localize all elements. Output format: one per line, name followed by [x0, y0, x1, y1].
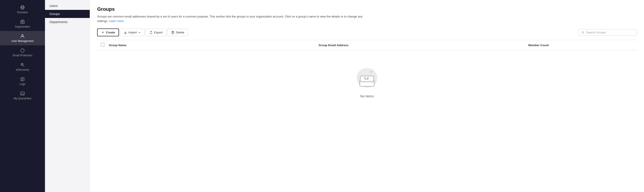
svg-rect-12 — [21, 92, 24, 95]
sidebar-item-email-protection[interactable]: Email Protection — [0, 45, 45, 60]
col-header-email: Group Email Address — [319, 44, 528, 47]
col-header-count: Member Count — [528, 44, 633, 47]
page-description: Groups are common email addresses shared… — [97, 14, 367, 23]
inbox-icon — [20, 91, 25, 96]
subnav-item-users[interactable]: Users — [45, 2, 90, 10]
sidebar-item-ediscovery[interactable]: eDiscovery — [0, 60, 45, 74]
search-doc-icon — [20, 62, 25, 67]
chevron-down-icon — [138, 31, 141, 34]
sidebar-item-domains[interactable]: Domains — [0, 2, 45, 17]
export-button[interactable]: Export — [146, 29, 166, 36]
svg-line-18 — [583, 33, 584, 34]
sidebar-item-logs[interactable]: Logs — [0, 74, 45, 88]
table-header: Group Name Group Email Address Member Co… — [97, 40, 637, 50]
col-header-name: Group Name — [109, 44, 319, 47]
sidebar: Domains Organization User Management Ema… — [0, 0, 45, 192]
empty-state-icon — [354, 64, 380, 91]
search-icon — [581, 31, 584, 34]
sidebar-item-organization[interactable]: Organization — [0, 17, 45, 31]
svg-point-6 — [21, 64, 23, 66]
building-icon — [20, 19, 25, 24]
export-icon — [149, 31, 153, 34]
svg-point-5 — [22, 35, 23, 36]
sidebar-item-user-management[interactable]: User Management — [0, 31, 45, 45]
search-input[interactable] — [586, 31, 634, 34]
sidebar-item-my-quarantine[interactable]: My Quarantine — [0, 88, 45, 103]
globe-icon — [20, 5, 25, 10]
shield-icon — [20, 48, 25, 53]
svg-rect-3 — [21, 21, 24, 23]
import-button[interactable]: Import — [120, 29, 144, 36]
create-button[interactable]: Create — [97, 28, 119, 36]
svg-line-7 — [23, 65, 24, 67]
toolbar: Create Import Export Delete — [97, 28, 637, 36]
trash-icon — [171, 31, 174, 34]
empty-state-text: No Items — [360, 94, 374, 98]
user-icon — [20, 34, 25, 39]
subnav-item-groups[interactable]: Groups — [45, 10, 90, 18]
page-title: Groups — [97, 6, 637, 12]
search-box[interactable] — [578, 29, 637, 36]
select-all-checkbox[interactable] — [101, 43, 104, 46]
plus-icon — [101, 31, 104, 34]
delete-button[interactable]: Delete — [167, 29, 188, 36]
import-icon — [124, 31, 127, 34]
subnav: Users Groups Departments — [45, 0, 90, 192]
main-content: Groups Groups are common email addresses… — [90, 0, 644, 192]
empty-state: No Items — [97, 50, 637, 111]
logs-icon — [20, 77, 25, 82]
svg-point-17 — [582, 31, 584, 33]
svg-rect-21 — [360, 76, 374, 82]
subnav-item-departments[interactable]: Departments — [45, 18, 90, 26]
learn-more-link[interactable]: Learn more — [109, 19, 124, 23]
